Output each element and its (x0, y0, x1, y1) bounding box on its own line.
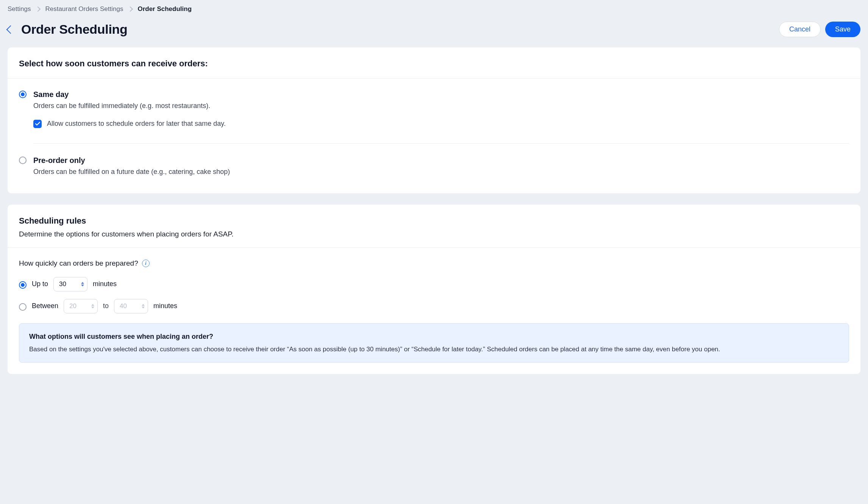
between-max-value: 40 (120, 302, 142, 311)
allow-schedule-label: Allow customers to schedule orders for l… (47, 119, 226, 128)
option-preorder[interactable]: Pre-order only Orders can be fulfilled o… (19, 152, 849, 183)
radio-same-day[interactable] (19, 91, 27, 98)
breadcrumb-item-order-scheduling: Order Scheduling (137, 5, 192, 14)
option-divider (33, 143, 849, 144)
stepper-arrows[interactable] (81, 282, 84, 286)
receive-section-title: Select how soon customers can receive or… (19, 58, 849, 70)
upto-value: 30 (59, 280, 81, 289)
prep-option-upto[interactable]: Up to 30 minutes (19, 277, 849, 291)
receive-card: Select how soon customers can receive or… (8, 47, 860, 193)
prep-option-between[interactable]: Between 20 to 40 minutes (19, 299, 849, 313)
page-header: Order Scheduling Cancel Save (0, 18, 868, 48)
option-title-preorder: Pre-order only (33, 155, 230, 166)
save-button[interactable]: Save (825, 22, 860, 37)
page-title: Order Scheduling (21, 20, 127, 39)
stepper-down-icon[interactable] (81, 285, 84, 286)
breadcrumb-item-settings[interactable]: Settings (8, 5, 31, 14)
rules-section-title: Scheduling rules (19, 215, 849, 227)
header-actions: Cancel Save (779, 22, 860, 37)
between-min-value: 20 (69, 302, 91, 311)
stepper-down-icon[interactable] (142, 307, 145, 308)
preview-box: What options will customers see when pla… (19, 323, 849, 363)
allow-schedule-row[interactable]: Allow customers to schedule orders for l… (33, 119, 849, 128)
breadcrumb: Settings Restaurant Orders Settings Orde… (0, 0, 868, 18)
rules-card: Scheduling rules Determine the options f… (8, 205, 860, 374)
between-min-stepper[interactable]: 20 (64, 299, 98, 313)
option-desc-same-day: Orders can be fulfilled immediately (e.g… (33, 101, 849, 111)
option-title-same-day: Same day (33, 89, 849, 100)
stepper-arrows[interactable] (91, 304, 94, 308)
option-same-day[interactable]: Same day Orders can be fulfilled immedia… (19, 86, 849, 135)
cancel-button[interactable]: Cancel (779, 22, 821, 37)
radio-preorder[interactable] (19, 157, 27, 164)
rules-section-subtitle: Determine the options for customers when… (19, 229, 849, 239)
preview-text: Based on the settings you've selected ab… (29, 344, 839, 354)
stepper-down-icon[interactable] (91, 307, 94, 308)
between-max-stepper[interactable]: 40 (114, 299, 148, 313)
stepper-up-icon[interactable] (91, 304, 94, 306)
breadcrumb-item-restaurant-orders[interactable]: Restaurant Orders Settings (45, 5, 123, 14)
radio-upto[interactable] (19, 281, 27, 289)
back-icon[interactable] (6, 25, 15, 34)
chevron-right-icon (128, 6, 133, 12)
preview-question: What options will customers see when pla… (29, 332, 839, 341)
prep-question: How quickly can orders be prepared? (19, 258, 138, 269)
option-desc-preorder: Orders can be fulfilled on a future date… (33, 167, 230, 177)
upto-prefix: Up to (32, 279, 48, 289)
radio-between[interactable] (19, 303, 27, 311)
between-prefix: Between (32, 301, 58, 311)
info-icon[interactable]: i (142, 260, 150, 267)
allow-schedule-checkbox[interactable] (33, 120, 42, 128)
between-mid: to (103, 301, 109, 311)
stepper-up-icon[interactable] (142, 304, 145, 306)
stepper-arrows[interactable] (142, 304, 145, 308)
checkmark-icon (35, 122, 40, 126)
chevron-right-icon (35, 6, 41, 12)
upto-stepper[interactable]: 30 (53, 277, 87, 291)
between-suffix: minutes (153, 301, 177, 311)
stepper-up-icon[interactable] (81, 282, 84, 284)
upto-suffix: minutes (93, 279, 117, 289)
